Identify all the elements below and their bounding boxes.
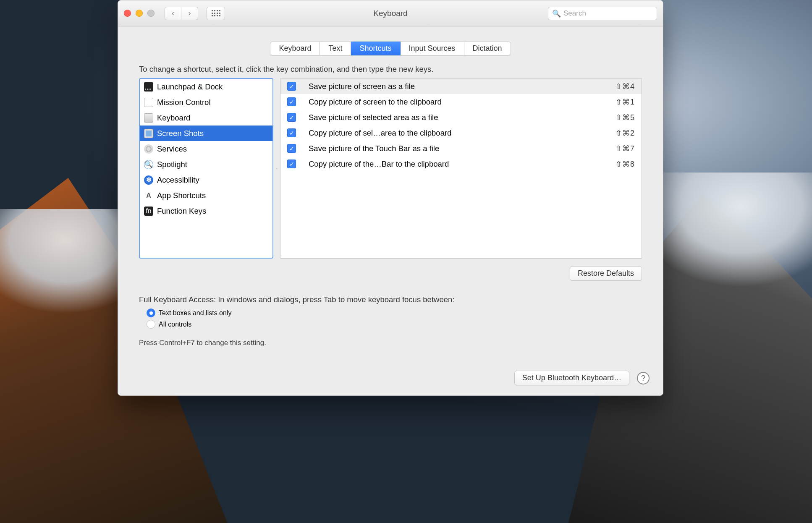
search-input[interactable] (548, 7, 657, 20)
shortcut-description: Copy picture of sel…area to the clipboar… (302, 128, 610, 138)
radio-label: Text boxes and lists only (159, 309, 231, 317)
tab-dictation[interactable]: Dictation (464, 42, 511, 55)
category-item-launchpad-dock[interactable]: Launchpad & Dock (140, 79, 272, 94)
accessibility-icon: ✽ (144, 175, 153, 185)
launchpad-dock-icon (144, 82, 153, 92)
category-item-spotlight[interactable]: 🔍Spotlight (140, 157, 272, 172)
shortcut-description: Save picture of the Touch Bar as a file (302, 144, 610, 153)
show-all-prefs-button[interactable] (207, 7, 225, 20)
tab-input-sources[interactable]: Input Sources (401, 42, 464, 55)
search-field-wrap: 🔍 (548, 7, 657, 20)
tab-label: Text (328, 44, 342, 53)
window-titlebar: ‹ › Keyboard 🔍 (118, 0, 663, 26)
shortcut-description: Copy picture of screen to the clipboard (302, 97, 610, 107)
category-pane[interactable]: Launchpad & DockMission ControlKeyboardS… (139, 78, 273, 259)
chevron-left-icon: ‹ (172, 9, 174, 18)
traffic-lights (124, 10, 155, 17)
help-button[interactable]: ? (637, 372, 650, 384)
category-item-mission-control[interactable]: Mission Control (140, 94, 272, 110)
mission-control-icon (144, 98, 153, 107)
shortcut-checkbox[interactable]: ✓ (287, 97, 296, 106)
preferences-window: ‹ › Keyboard 🔍 KeyboardTextShortcutsInpu… (118, 0, 663, 396)
radio-button[interactable] (147, 320, 155, 329)
shortcut-keys[interactable]: ⇧⌘7 (616, 144, 635, 153)
radio-label: All controls (159, 321, 191, 328)
shortcut-description: Save picture of screen as a file (302, 82, 610, 91)
tab-shortcuts[interactable]: Shortcuts (351, 42, 400, 55)
tab-label: Dictation (473, 44, 502, 53)
close-window-button[interactable] (124, 10, 131, 17)
category-label: Mission Control (157, 98, 211, 107)
shortcut-keys[interactable]: ⇧⌘2 (616, 128, 635, 138)
function-keys-icon: fn (144, 207, 153, 216)
keyboard-icon (144, 113, 153, 123)
category-label: Spotlight (157, 160, 187, 169)
instruction-text: To change a shortcut, select it, click t… (139, 65, 642, 74)
shortcut-checkbox[interactable]: ✓ (287, 128, 296, 137)
tab-text[interactable]: Text (320, 42, 351, 55)
category-label: App Shortcuts (157, 191, 206, 200)
chevron-right-icon: › (189, 9, 191, 18)
shortcut-row[interactable]: ✓Save picture of screen as a file⇧⌘4 (280, 78, 642, 94)
fka-radio-option[interactable]: All controls (147, 320, 642, 329)
tab-keyboard[interactable]: Keyboard (270, 42, 320, 55)
shortcut-row[interactable]: ✓Save picture of selected area as a file… (280, 110, 642, 125)
forward-button[interactable]: › (181, 7, 198, 20)
full-keyboard-access-options: Text boxes and lists onlyAll controls (139, 309, 642, 329)
fka-radio-option[interactable]: Text boxes and lists only (147, 309, 642, 317)
category-label: Launchpad & Dock (157, 82, 223, 92)
shortcut-checkbox[interactable]: ✓ (287, 144, 296, 153)
nav-back-forward: ‹ › (165, 7, 198, 20)
shortcut-row[interactable]: ✓Copy picture of the…Bar to the clipboar… (280, 156, 642, 172)
category-item-app-shortcuts[interactable]: App Shortcuts (140, 188, 272, 203)
panes: Launchpad & DockMission ControlKeyboardS… (139, 78, 642, 259)
shortcut-row[interactable]: ✓Save picture of the Touch Bar as a file… (280, 141, 642, 156)
category-item-accessibility[interactable]: ✽Accessibility (140, 172, 272, 188)
category-label: Accessibility (157, 175, 199, 185)
shortcut-row[interactable]: ✓Copy picture of screen to the clipboard… (280, 94, 642, 110)
shortcut-description: Copy picture of the…Bar to the clipboard (302, 160, 610, 169)
restore-defaults-button[interactable]: Restore Defaults (570, 266, 642, 281)
grid-icon (212, 10, 220, 16)
tab-bar: KeyboardTextShortcutsInput SourcesDictat… (118, 42, 663, 55)
shortcut-checkbox[interactable]: ✓ (287, 113, 296, 122)
services-icon (144, 144, 153, 154)
radio-button[interactable] (147, 309, 155, 317)
shortcut-row[interactable]: ✓Copy picture of sel…area to the clipboa… (280, 125, 642, 141)
category-item-keyboard[interactable]: Keyboard (140, 110, 272, 126)
pane-resizer[interactable]: ◦ (275, 164, 278, 173)
category-label: Services (157, 144, 187, 154)
tab-label: Shortcuts (359, 44, 391, 53)
category-item-screen-shots[interactable]: Screen Shots (140, 126, 272, 141)
shortcut-checkbox[interactable]: ✓ (287, 82, 296, 91)
screen-shots-icon (144, 129, 153, 138)
shortcut-keys[interactable]: ⇧⌘5 (616, 113, 635, 122)
category-label: Function Keys (157, 207, 206, 216)
app-shortcuts-icon (144, 191, 153, 200)
spotlight-icon: 🔍 (144, 160, 153, 169)
minimize-window-button[interactable] (136, 10, 143, 17)
shortcut-checkbox[interactable]: ✓ (287, 160, 296, 168)
back-button[interactable]: ‹ (165, 7, 181, 20)
zoom-window-button[interactable] (147, 10, 155, 17)
category-item-function-keys[interactable]: fnFunction Keys (140, 203, 272, 219)
shortcut-description: Save picture of selected area as a file (302, 113, 610, 122)
shortcut-pane[interactable]: ✓Save picture of screen as a file⇧⌘4✓Cop… (280, 78, 642, 259)
full-keyboard-access-label: Full Keyboard Access: In windows and dia… (139, 295, 642, 304)
content-area: To change a shortcut, select it, click t… (118, 65, 663, 360)
search-icon: 🔍 (552, 9, 561, 18)
shortcut-keys[interactable]: ⇧⌘8 (616, 160, 635, 169)
help-icon: ? (641, 374, 646, 383)
category-label: Screen Shots (157, 129, 204, 138)
tab-label: Input Sources (409, 44, 456, 53)
window-footer: Set Up Bluetooth Keyboard… ? (118, 360, 663, 395)
full-keyboard-access-hint: Press Control+F7 to change this setting. (139, 339, 642, 347)
shortcut-keys[interactable]: ⇧⌘4 (616, 82, 635, 91)
category-item-services[interactable]: Services (140, 141, 272, 157)
shortcut-keys[interactable]: ⇧⌘1 (616, 97, 635, 107)
setup-bluetooth-keyboard-button[interactable]: Set Up Bluetooth Keyboard… (514, 371, 629, 385)
category-label: Keyboard (157, 113, 190, 123)
tab-label: Keyboard (279, 44, 311, 53)
